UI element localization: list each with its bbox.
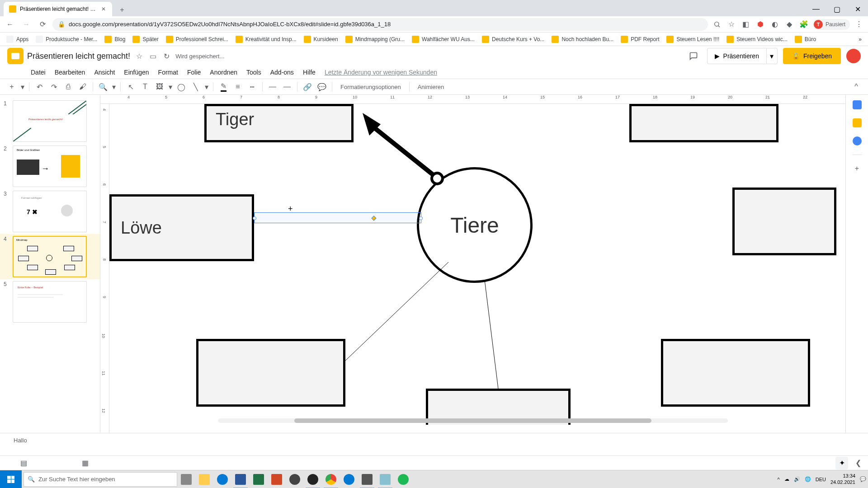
bookmark-item[interactable]: Kursideen xyxy=(301,34,341,45)
excel-icon[interactable] xyxy=(250,470,268,488)
menu-folie[interactable]: Folie xyxy=(184,67,204,78)
expand-panel-icon[interactable]: ❮ xyxy=(854,459,863,467)
spotify-icon[interactable] xyxy=(394,470,412,488)
slide-panel[interactable]: 1 Präsentieren leicht gemacht! 2 Bilder … xyxy=(0,95,100,433)
menu-tools[interactable]: Tools xyxy=(243,67,265,78)
qr-icon[interactable]: ◧ xyxy=(741,19,751,30)
slides-logo-icon[interactable] xyxy=(7,48,24,64)
extension2-icon[interactable]: ◐ xyxy=(769,19,780,30)
print-button[interactable]: ⎙ xyxy=(62,80,75,93)
select-tool[interactable]: ↖ xyxy=(124,80,137,93)
star-icon[interactable]: ☆ xyxy=(726,19,737,30)
cloud-sync-icon[interactable]: ↻ xyxy=(162,52,171,61)
redo-button[interactable]: ↷ xyxy=(47,80,60,93)
line-start-button[interactable]: — xyxy=(266,80,279,93)
browser-tab[interactable]: Präsentieren leicht gemacht! - G ✕ xyxy=(4,2,112,16)
powerpoint-icon[interactable] xyxy=(268,470,286,488)
undo-button[interactable]: ↶ xyxy=(33,80,46,93)
horizontal-scrollbar[interactable] xyxy=(218,418,728,423)
bookmark-item[interactable]: Steuern Lesen !!!! xyxy=(664,34,722,45)
bookmark-item[interactable]: Noch hochladen Bu... xyxy=(549,34,616,45)
edge-legacy-icon[interactable] xyxy=(213,470,231,488)
task-view-button[interactable] xyxy=(177,470,195,488)
bookmarks-overflow[interactable]: » xyxy=(856,34,864,44)
edge-icon[interactable] xyxy=(340,470,358,488)
word-icon[interactable] xyxy=(231,470,250,488)
taskbar-search[interactable]: 🔍 Zur Suche Text hier eingeben xyxy=(24,472,177,487)
app2-icon[interactable] xyxy=(358,470,376,488)
keep-addon-icon[interactable] xyxy=(853,118,862,127)
extensions-menu-icon[interactable]: 🧩 xyxy=(798,19,809,30)
menu-format[interactable]: Format xyxy=(155,67,182,78)
line-dropdown[interactable]: ▾ xyxy=(204,80,209,93)
new-slide-button[interactable]: + xyxy=(5,80,18,93)
close-window-button[interactable]: ✕ xyxy=(847,2,868,16)
shape-empty-box[interactable] xyxy=(629,104,778,142)
notifications-icon[interactable]: 💬 xyxy=(860,476,866,482)
notepad-icon[interactable] xyxy=(376,470,394,488)
chrome-menu-icon[interactable]: ⋮ xyxy=(854,19,864,30)
tray-language[interactable]: DEU xyxy=(816,477,826,482)
share-button[interactable]: 🔒 Freigeben xyxy=(783,48,841,64)
slide-thumbnail-4[interactable]: 4 Mindmap xyxy=(0,234,100,279)
shape-tool[interactable]: ◯ xyxy=(175,80,188,93)
close-tab-icon[interactable]: ✕ xyxy=(100,6,107,12)
menu-addons[interactable]: Add-ons xyxy=(267,67,297,78)
add-addon-button[interactable]: + xyxy=(853,164,862,173)
app-icon[interactable] xyxy=(286,470,304,488)
bookmark-item[interactable]: Später xyxy=(130,34,161,45)
slide-thumbnail-1[interactable]: 1 Präsentieren leicht gemacht! xyxy=(0,99,100,144)
taskbar-clock[interactable]: 13:34 24.02.2021 xyxy=(830,473,855,485)
tray-chevron-icon[interactable]: ^ xyxy=(778,477,780,482)
shape-empty-box[interactable] xyxy=(196,339,345,407)
tray-network-icon[interactable]: 🌐 xyxy=(805,476,811,482)
menu-ansicht[interactable]: Ansicht xyxy=(90,67,118,78)
collapse-toolbar-button[interactable]: ^ xyxy=(850,80,863,93)
animate-button[interactable]: Animieren xyxy=(413,80,449,93)
calendar-addon-icon[interactable] xyxy=(853,100,862,109)
doc-title[interactable]: Präsentieren leicht gemacht! xyxy=(27,52,130,61)
move-icon[interactable]: ▭ xyxy=(148,52,157,61)
slide-thumbnail-2[interactable]: 2 Bilder und Grafiken → xyxy=(0,144,100,189)
bookmark-item[interactable]: Deutsche Kurs + Vo... xyxy=(479,34,547,45)
notes-text[interactable]: Hallo xyxy=(14,437,27,444)
tray-volume-icon[interactable]: 🔊 xyxy=(794,476,800,482)
slide-canvas[interactable]: Tiger Löwe Tiere xyxy=(109,104,836,424)
menu-hilfe[interactable]: Hilfe xyxy=(299,67,319,78)
selected-arrow-shape[interactable] xyxy=(254,212,421,223)
paint-format-button[interactable]: 🖌 xyxy=(76,80,89,93)
menu-einfuegen[interactable]: Einfügen xyxy=(120,67,152,78)
bookmark-item[interactable]: Blog xyxy=(102,34,128,45)
link-button[interactable]: 🔗 xyxy=(301,80,314,93)
canvas-area[interactable]: 4 5 6 7 8 9 10 11 12 13 14 15 16 17 18 1… xyxy=(100,95,845,433)
menu-anordnen[interactable]: Anordnen xyxy=(206,67,241,78)
user-avatar[interactable] xyxy=(846,49,861,63)
border-dash-button[interactable]: ┅ xyxy=(246,80,259,93)
tasks-addon-icon[interactable] xyxy=(853,136,862,145)
image-dropdown[interactable]: ▾ xyxy=(168,80,173,93)
shape-tiger-box[interactable]: Tiger xyxy=(204,104,354,142)
chrome-icon[interactable] xyxy=(322,470,340,488)
extension-icon[interactable]: ⬢ xyxy=(755,19,766,30)
border-color-button[interactable]: ✎ xyxy=(217,80,230,93)
line-end-button[interactable]: — xyxy=(281,80,293,93)
url-field[interactable]: 🔒 docs.google.com/presentation/d/1yV372S… xyxy=(52,18,708,31)
zoom-button[interactable]: 🔍 xyxy=(97,80,109,93)
bookmark-item[interactable]: Büro xyxy=(792,34,819,45)
arrow-tiger-tiere[interactable] xyxy=(349,108,448,185)
new-slide-dropdown[interactable]: ▾ xyxy=(20,80,25,93)
bookmark-item[interactable]: PDF Report xyxy=(618,34,662,45)
obs-icon[interactable] xyxy=(304,470,322,488)
extension3-icon[interactable]: ◆ xyxy=(784,19,795,30)
reload-button[interactable]: ⟳ xyxy=(36,18,49,31)
border-weight-button[interactable]: ≡ xyxy=(231,80,244,93)
profile-paused[interactable]: T Pausiert xyxy=(813,19,850,30)
maximize-button[interactable]: ▢ xyxy=(826,2,847,16)
menu-datei[interactable]: Datei xyxy=(27,67,49,78)
present-dropdown[interactable]: ▾ xyxy=(767,48,778,64)
comment-button[interactable]: 💬 xyxy=(316,80,328,93)
speaker-notes[interactable]: Hallo xyxy=(0,433,868,455)
menu-bearbeiten[interactable]: Bearbeiten xyxy=(51,67,89,78)
present-button[interactable]: ▶ Präsentieren xyxy=(707,48,767,64)
zoom-icon[interactable] xyxy=(712,19,722,30)
